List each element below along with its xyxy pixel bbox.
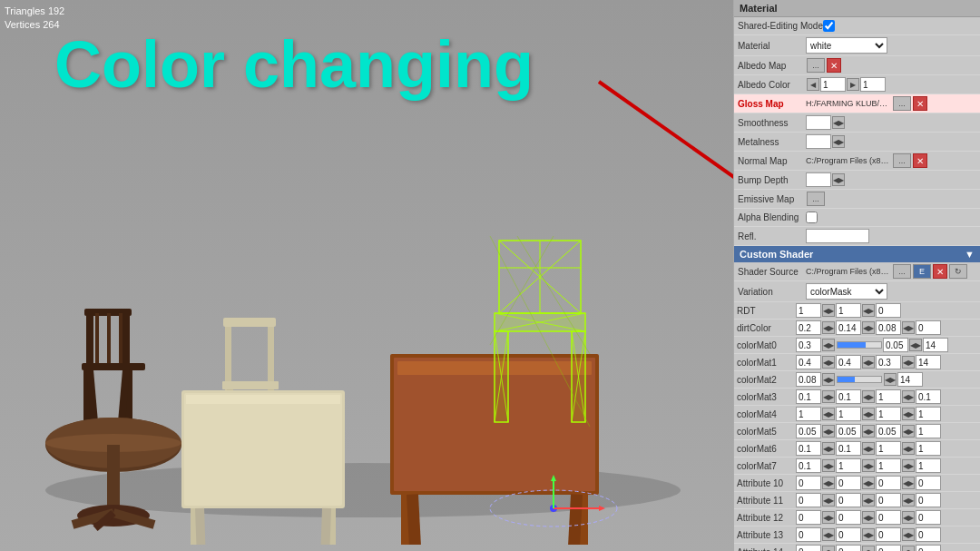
metalness-arrow-btn[interactable]: ◀▶: [832, 135, 845, 148]
attr12-input4[interactable]: [916, 510, 941, 525]
attr10-input3[interactable]: [876, 476, 901, 490]
rdt-input3[interactable]: [876, 303, 901, 318]
cm7-input1[interactable]: [796, 458, 821, 473]
cm6-input3[interactable]: [876, 441, 901, 456]
cm0-input1[interactable]: [796, 338, 821, 352]
attr11-input1[interactable]: [796, 493, 821, 507]
shader-source-browse-btn[interactable]: ...: [893, 264, 911, 279]
cm7-arrow2[interactable]: ◀▶: [862, 459, 875, 472]
attr12-arrow3[interactable]: ◀▶: [902, 511, 915, 524]
cm7-input4[interactable]: [916, 458, 941, 473]
gloss-map-clear-btn[interactable]: ✕: [913, 96, 927, 111]
cm5-arrow2[interactable]: ◀▶: [862, 425, 875, 438]
cm6-arrow1[interactable]: ◀▶: [822, 442, 835, 455]
albedo-color-input2[interactable]: [860, 77, 886, 92]
attr10-arrow1[interactable]: ◀▶: [822, 477, 835, 489]
attr14-input3[interactable]: [876, 545, 901, 551]
cm5-input2[interactable]: [836, 424, 861, 438]
shared-editing-checkbox[interactable]: [823, 20, 835, 32]
bump-depth-arrow-btn[interactable]: ◀▶: [832, 173, 845, 186]
smoothness-arrow-btn[interactable]: ◀▶: [832, 116, 845, 129]
alpha-blending-checkbox[interactable]: [806, 212, 818, 223]
albedo-color-input1[interactable]: [820, 77, 846, 92]
cm6-input4[interactable]: [916, 441, 941, 456]
cm3-arrow3[interactable]: ◀▶: [902, 390, 915, 403]
shader-source-edit-btn[interactable]: E: [913, 264, 931, 279]
cm5-input1[interactable]: [796, 424, 821, 438]
viewport[interactable]: Triangles 192 Vertices 264 Color changin…: [0, 0, 733, 551]
attr14-arrow3[interactable]: ◀▶: [902, 546, 915, 551]
cm0-slider[interactable]: [837, 341, 882, 349]
cm2-arrow2[interactable]: ◀▶: [884, 373, 897, 386]
cm1-input2[interactable]: [836, 355, 861, 369]
attr12-input1[interactable]: [796, 510, 821, 525]
attr14-arrow2[interactable]: ◀▶: [862, 546, 875, 551]
attr11-arrow2[interactable]: ◀▶: [862, 494, 875, 507]
attr13-input3[interactable]: [876, 527, 901, 542]
cm7-input2[interactable]: [836, 458, 861, 473]
attr10-arrow3[interactable]: ◀▶: [902, 477, 915, 489]
bump-depth-input[interactable]: 1: [806, 172, 831, 187]
cm3-arrow1[interactable]: ◀▶: [822, 390, 835, 403]
cm7-arrow1[interactable]: ◀▶: [822, 459, 835, 472]
cm4-input1[interactable]: [796, 407, 821, 421]
cm3-arrow2[interactable]: ◀▶: [862, 390, 875, 403]
shader-source-clear-btn[interactable]: ✕: [933, 264, 947, 279]
attr11-arrow3[interactable]: ◀▶: [902, 494, 915, 507]
cm6-input1[interactable]: [796, 441, 821, 456]
variation-dropdown[interactable]: colorMask: [806, 283, 887, 300]
material-dropdown[interactable]: white: [806, 37, 887, 54]
cm7-arrow3[interactable]: ◀▶: [902, 459, 915, 472]
dirt-input2[interactable]: [836, 320, 861, 335]
cm7-input3[interactable]: [876, 458, 901, 473]
cm4-input2[interactable]: [836, 407, 861, 421]
emissive-map-browse-btn[interactable]: ...: [807, 192, 825, 206]
dirt-arrow3[interactable]: ◀▶: [902, 321, 915, 334]
custom-shader-expand-icon[interactable]: ▼: [965, 249, 975, 260]
rdt-input2[interactable]: [836, 303, 861, 318]
attr10-input4[interactable]: [916, 476, 941, 490]
attr12-input3[interactable]: [876, 510, 901, 525]
dirt-arrow1[interactable]: ◀▶: [822, 321, 835, 334]
albedo-color-right-btn[interactable]: ▶: [847, 78, 859, 91]
attr11-input3[interactable]: [876, 493, 901, 507]
normal-map-browse-btn[interactable]: ...: [893, 153, 911, 168]
cm1-arrow1[interactable]: ◀▶: [822, 356, 835, 369]
attr11-input4[interactable]: [916, 493, 941, 507]
cm0-arrow1[interactable]: ◀▶: [822, 339, 835, 351]
cm6-input2[interactable]: [836, 441, 861, 456]
attr13-arrow2[interactable]: ◀▶: [862, 528, 875, 541]
cm5-input4[interactable]: [916, 424, 941, 438]
attr13-input2[interactable]: [836, 527, 861, 542]
albedo-map-clear-btn[interactable]: ✕: [827, 58, 841, 73]
cm5-arrow1[interactable]: ◀▶: [822, 425, 835, 438]
attr12-input2[interactable]: [836, 510, 861, 525]
cm4-input4[interactable]: [916, 407, 941, 421]
attr11-arrow1[interactable]: ◀▶: [822, 494, 835, 507]
attr13-arrow3[interactable]: ◀▶: [902, 528, 915, 541]
cm4-arrow2[interactable]: ◀▶: [862, 408, 875, 420]
cm1-input1[interactable]: [796, 355, 821, 369]
cm1-input3[interactable]: [876, 355, 901, 369]
cm2-input1[interactable]: [796, 372, 821, 387]
attr14-arrow1[interactable]: ◀▶: [822, 546, 835, 551]
normal-map-clear-btn[interactable]: ✕: [913, 153, 927, 168]
attr14-input1[interactable]: [796, 545, 821, 551]
attr13-input4[interactable]: [916, 527, 941, 542]
cm2-slider[interactable]: [837, 376, 882, 383]
cm0-input3[interactable]: [923, 338, 948, 352]
metalness-input[interactable]: 0: [806, 134, 831, 149]
attr11-input2[interactable]: [836, 493, 861, 507]
cm4-arrow1[interactable]: ◀▶: [822, 408, 835, 420]
shader-source-refresh-btn[interactable]: ↻: [949, 264, 967, 279]
cm4-arrow3[interactable]: ◀▶: [902, 408, 915, 420]
cm3-input4[interactable]: [916, 389, 941, 404]
cm3-input2[interactable]: [836, 389, 861, 404]
attr12-arrow2[interactable]: ◀▶: [862, 511, 875, 524]
cm2-arrow1[interactable]: ◀▶: [822, 373, 835, 386]
smoothness-input[interactable]: 0: [806, 115, 831, 130]
cm6-arrow2[interactable]: ◀▶: [862, 442, 875, 455]
rdt-input1[interactable]: [796, 303, 821, 318]
cm4-input3[interactable]: [876, 407, 901, 421]
attr14-input4[interactable]: [916, 545, 941, 551]
